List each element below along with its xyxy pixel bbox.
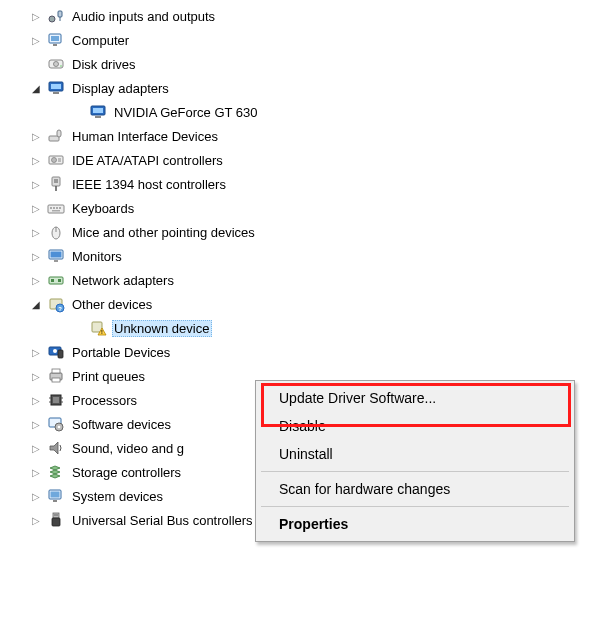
tree-item-hid[interactable]: ▷Human Interface Devices bbox=[4, 124, 603, 148]
svg-rect-27 bbox=[59, 207, 61, 209]
tree-item-display[interactable]: ◢Display adapters bbox=[4, 76, 603, 100]
tree-item-label: Universal Serial Bus controllers bbox=[70, 512, 256, 529]
expander-closed-icon[interactable]: ▷ bbox=[28, 440, 44, 456]
printer-icon bbox=[46, 366, 66, 386]
display-icon bbox=[46, 78, 66, 98]
tree-item-label: Computer bbox=[70, 32, 132, 49]
expander-closed-icon[interactable]: ▷ bbox=[28, 224, 44, 240]
tree-item-label: System devices bbox=[70, 488, 166, 505]
svg-rect-4 bbox=[51, 36, 59, 41]
expander-none bbox=[70, 320, 86, 336]
menu-disable[interactable]: Disable bbox=[259, 412, 571, 440]
expander-closed-icon[interactable]: ▷ bbox=[28, 176, 44, 192]
tree-item-gpu[interactable]: NVIDIA GeForce GT 630 bbox=[4, 100, 603, 124]
tree-item-label: Keyboards bbox=[70, 200, 137, 217]
svg-rect-60 bbox=[51, 492, 60, 498]
tree-item-label: Other devices bbox=[70, 296, 155, 313]
audio-icon bbox=[46, 6, 66, 26]
svg-text:?: ? bbox=[58, 306, 62, 312]
svg-marker-58 bbox=[50, 442, 58, 454]
expander-closed-icon[interactable]: ▷ bbox=[28, 368, 44, 384]
svg-text:!: ! bbox=[101, 329, 103, 335]
expander-closed-icon[interactable]: ▷ bbox=[28, 512, 44, 528]
expander-closed-icon[interactable]: ▷ bbox=[28, 272, 44, 288]
svg-rect-24 bbox=[50, 207, 52, 209]
expander-closed-icon[interactable]: ▷ bbox=[28, 8, 44, 24]
other-icon: ? bbox=[46, 294, 66, 314]
storage-icon bbox=[46, 462, 66, 482]
mouse-icon bbox=[46, 222, 66, 242]
network-icon bbox=[46, 270, 66, 290]
tree-item-disk[interactable]: Disk drives bbox=[4, 52, 603, 76]
menu-update-driver[interactable]: Update Driver Software... bbox=[259, 384, 571, 412]
usb-icon bbox=[46, 510, 66, 530]
system-icon bbox=[46, 486, 66, 506]
svg-rect-35 bbox=[51, 279, 54, 282]
svg-point-7 bbox=[54, 62, 59, 67]
expander-closed-icon[interactable]: ▷ bbox=[28, 416, 44, 432]
tree-item-label: NVIDIA GeForce GT 630 bbox=[112, 104, 261, 121]
ide-icon bbox=[46, 150, 66, 170]
expander-closed-icon[interactable]: ▷ bbox=[28, 128, 44, 144]
svg-rect-14 bbox=[95, 116, 101, 118]
svg-point-8 bbox=[60, 65, 62, 67]
tree-item-keyboards[interactable]: ▷Keyboards bbox=[4, 196, 603, 220]
tree-item-other[interactable]: ◢?Other devices bbox=[4, 292, 603, 316]
svg-rect-21 bbox=[54, 179, 58, 183]
menu-properties[interactable]: Properties bbox=[259, 510, 571, 532]
computer-icon bbox=[46, 30, 66, 50]
expander-closed-icon[interactable]: ▷ bbox=[28, 200, 44, 216]
tree-item-unknown[interactable]: !Unknown device bbox=[4, 316, 603, 340]
context-menu: Update Driver Software... Disable Uninst… bbox=[255, 380, 575, 532]
svg-rect-45 bbox=[58, 350, 63, 358]
menu-separator bbox=[261, 471, 569, 472]
svg-rect-50 bbox=[53, 397, 59, 403]
tree-item-label: Disk drives bbox=[70, 56, 139, 73]
tree-item-label: Storage controllers bbox=[70, 464, 184, 481]
tree-item-computer[interactable]: ▷Computer bbox=[4, 28, 603, 52]
tree-item-label: Monitors bbox=[70, 248, 125, 265]
expander-closed-icon[interactable]: ▷ bbox=[28, 488, 44, 504]
tree-item-label: Processors bbox=[70, 392, 140, 409]
svg-point-0 bbox=[49, 16, 55, 22]
tree-item-audio[interactable]: ▷Audio inputs and outputs bbox=[4, 4, 603, 28]
tree-item-label: IDE ATA/ATAPI controllers bbox=[70, 152, 226, 169]
tree-item-label: Portable Devices bbox=[70, 344, 173, 361]
svg-point-44 bbox=[53, 349, 57, 353]
svg-rect-1 bbox=[58, 11, 62, 17]
svg-rect-11 bbox=[53, 92, 59, 94]
expander-closed-icon[interactable]: ▷ bbox=[28, 152, 44, 168]
expander-closed-icon[interactable]: ▷ bbox=[28, 464, 44, 480]
svg-rect-62 bbox=[53, 513, 59, 518]
menu-scan-hardware[interactable]: Scan for hardware changes bbox=[259, 475, 571, 503]
expander-closed-icon[interactable]: ▷ bbox=[28, 248, 44, 264]
expander-open-icon[interactable]: ◢ bbox=[28, 80, 44, 96]
svg-rect-10 bbox=[51, 84, 61, 89]
expander-closed-icon[interactable]: ▷ bbox=[28, 32, 44, 48]
svg-rect-65 bbox=[57, 514, 58, 516]
tree-item-label: Audio inputs and outputs bbox=[70, 8, 218, 25]
svg-rect-47 bbox=[52, 369, 60, 373]
monitor-icon bbox=[46, 246, 66, 266]
svg-rect-19 bbox=[58, 158, 61, 162]
ieee1394-icon bbox=[46, 174, 66, 194]
expander-closed-icon[interactable]: ▷ bbox=[28, 344, 44, 360]
expander-closed-icon[interactable]: ▷ bbox=[28, 392, 44, 408]
tree-item-monitors[interactable]: ▷Monitors bbox=[4, 244, 603, 268]
menu-separator bbox=[261, 506, 569, 507]
svg-rect-5 bbox=[53, 44, 57, 46]
tree-item-label: Display adapters bbox=[70, 80, 172, 97]
tree-item-mice[interactable]: ▷Mice and other pointing devices bbox=[4, 220, 603, 244]
expander-open-icon[interactable]: ◢ bbox=[28, 296, 44, 312]
disk-icon bbox=[46, 54, 66, 74]
svg-rect-26 bbox=[56, 207, 58, 209]
svg-rect-16 bbox=[57, 130, 61, 137]
tree-item-label: Network adapters bbox=[70, 272, 177, 289]
tree-item-label: Print queues bbox=[70, 368, 148, 385]
tree-item-network[interactable]: ▷Network adapters bbox=[4, 268, 603, 292]
tree-item-portable[interactable]: ▷Portable Devices bbox=[4, 340, 603, 364]
tree-item-ieee1394[interactable]: ▷IEEE 1394 host controllers bbox=[4, 172, 603, 196]
svg-rect-28 bbox=[52, 210, 60, 212]
menu-uninstall[interactable]: Uninstall bbox=[259, 440, 571, 468]
tree-item-ide[interactable]: ▷IDE ATA/ATAPI controllers bbox=[4, 148, 603, 172]
